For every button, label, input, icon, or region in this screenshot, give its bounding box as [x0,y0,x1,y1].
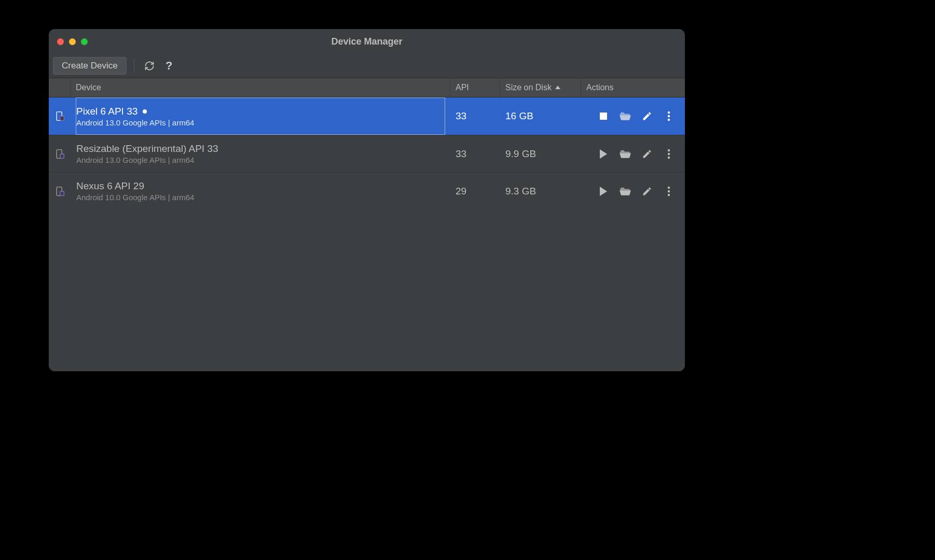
column-header-icon [49,78,71,97]
stop-icon [599,112,608,120]
more-vertical-icon [667,149,670,159]
play-button[interactable] [598,148,609,160]
device-size: 16 GB [505,110,533,122]
device-subtitle: Android 10.0 Google APIs | arm64 [76,193,443,202]
device-api: 33 [456,148,466,160]
svg-marker-15 [600,187,607,196]
svg-rect-2 [60,116,64,120]
open-folder-button[interactable] [620,110,631,122]
window-title: Device Manager [49,36,685,47]
device-table-body: Pixel 6 API 33 Android 13.0 Google APIs … [49,97,685,371]
svg-rect-8 [60,154,64,158]
device-name: Nexus 6 API 29 [76,180,144,192]
svg-marker-0 [555,86,560,89]
more-button[interactable] [663,148,675,160]
svg-point-4 [668,111,670,114]
refresh-button[interactable] [142,58,157,74]
running-indicator-icon [143,109,147,114]
device-api: 29 [456,186,466,197]
window-controls [49,38,88,45]
svg-rect-3 [600,113,607,120]
svg-marker-9 [600,149,607,159]
table-row[interactable]: Pixel 6 API 33 Android 13.0 Google APIs … [49,97,685,135]
svg-point-17 [668,190,670,192]
more-vertical-icon [667,111,670,121]
pencil-icon [642,111,652,121]
device-icon [54,149,65,159]
column-header-api[interactable]: API [450,78,500,97]
svg-point-5 [668,115,670,117]
device-api: 33 [456,110,466,122]
folder-icon [620,149,631,159]
folder-icon [620,187,631,196]
device-size: 9.3 GB [505,186,536,197]
svg-point-16 [668,186,670,188]
more-vertical-icon [667,186,670,197]
device-name: Pixel 6 API 33 [76,106,138,117]
table-row[interactable]: Resizable (Experimental) API 33 Android … [49,135,685,172]
more-button[interactable] [663,186,675,197]
toolbar: Create Device ? [49,54,685,78]
svg-point-18 [668,193,670,195]
column-header-actions: Actions [581,78,685,97]
device-icon [54,186,65,197]
column-header-size-label: Size on Disk [505,83,552,92]
play-button[interactable] [598,186,609,197]
edit-button[interactable] [641,110,653,122]
open-folder-button[interactable] [620,148,631,160]
svg-point-6 [668,119,670,121]
svg-point-11 [668,152,670,155]
sort-asc-icon [555,85,561,91]
toolbar-separator [134,59,134,73]
svg-rect-14 [60,191,64,195]
svg-point-10 [668,149,670,151]
column-header-size[interactable]: Size on Disk [500,78,581,97]
device-subtitle: Android 13.0 Google APIs | arm64 [76,156,443,164]
device-manager-window: Device Manager Create Device ? Device [49,29,685,371]
device-name: Resizable (Experimental) API 33 [76,143,218,155]
open-folder-button[interactable] [620,186,631,197]
device-icon [54,111,65,121]
device-subtitle: Android 13.0 Google APIs | arm64 [76,118,443,127]
column-header-api-label: API [456,83,469,92]
device-size: 9.9 GB [505,148,536,160]
edit-button[interactable] [641,148,653,160]
help-button[interactable]: ? [161,58,177,74]
window-titlebar: Device Manager [49,29,685,54]
minimize-window-button[interactable] [69,38,76,45]
folder-icon [620,111,631,121]
table-row[interactable]: Nexus 6 API 29 Android 10.0 Google APIs … [49,172,685,209]
create-device-button[interactable]: Create Device [53,57,127,75]
play-icon [599,187,608,196]
help-icon: ? [166,59,172,73]
svg-point-12 [668,156,670,158]
close-window-button[interactable] [57,38,64,45]
pencil-icon [642,149,652,159]
column-header-device-label: Device [76,83,101,92]
stop-button[interactable] [598,110,609,122]
refresh-icon [144,61,155,71]
column-header-actions-label: Actions [586,83,613,92]
play-icon [599,149,608,159]
pencil-icon [642,186,652,197]
zoom-window-button[interactable] [81,38,88,45]
edit-button[interactable] [641,186,653,197]
more-button[interactable] [663,110,675,122]
table-header: Device API Size on Disk Actions [49,78,685,97]
column-header-device[interactable]: Device [71,78,450,97]
